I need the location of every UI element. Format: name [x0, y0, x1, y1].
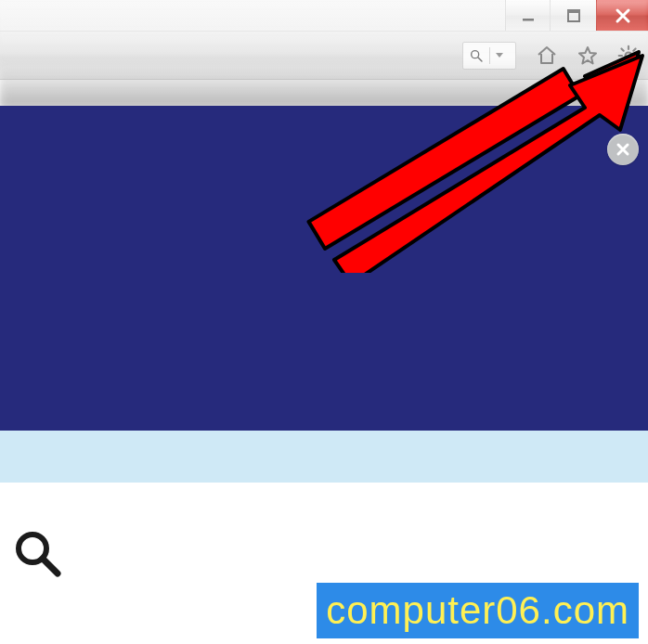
- svg-point-5: [626, 52, 632, 58]
- svg-rect-0: [523, 19, 534, 21]
- home-button[interactable]: [531, 40, 563, 71]
- close-button[interactable]: [596, 0, 648, 31]
- close-icon: [614, 6, 632, 25]
- banner-close-button[interactable]: [607, 134, 639, 165]
- svg-point-3: [472, 50, 479, 58]
- maximize-icon: [565, 7, 582, 24]
- search-divider: [489, 47, 490, 64]
- svg-line-4: [478, 58, 482, 61]
- minimize-button[interactable]: [505, 0, 550, 31]
- watermark: computer06.com: [317, 583, 639, 638]
- sub-banner-strip: [0, 431, 648, 483]
- gear-icon: [616, 44, 641, 68]
- close-icon: [615, 141, 631, 158]
- svg-line-7: [43, 559, 58, 573]
- search-box[interactable]: [462, 42, 516, 70]
- app-window: computer06.com: [0, 0, 648, 644]
- page-banner: [0, 106, 648, 431]
- titlebar: [0, 0, 648, 32]
- browser-toolbar: [0, 32, 648, 80]
- search-icon: [9, 525, 65, 581]
- home-icon: [536, 45, 558, 67]
- maximize-button[interactable]: [550, 0, 596, 31]
- settings-button[interactable]: [613, 40, 644, 71]
- search-icon: [469, 48, 484, 63]
- favorites-button[interactable]: [572, 40, 603, 71]
- chevron-down-icon[interactable]: [496, 53, 503, 58]
- minimize-icon: [520, 7, 537, 24]
- favorite-icon: [577, 45, 599, 67]
- page-search-button[interactable]: [9, 525, 65, 585]
- watermark-text: computer06.com: [326, 588, 629, 632]
